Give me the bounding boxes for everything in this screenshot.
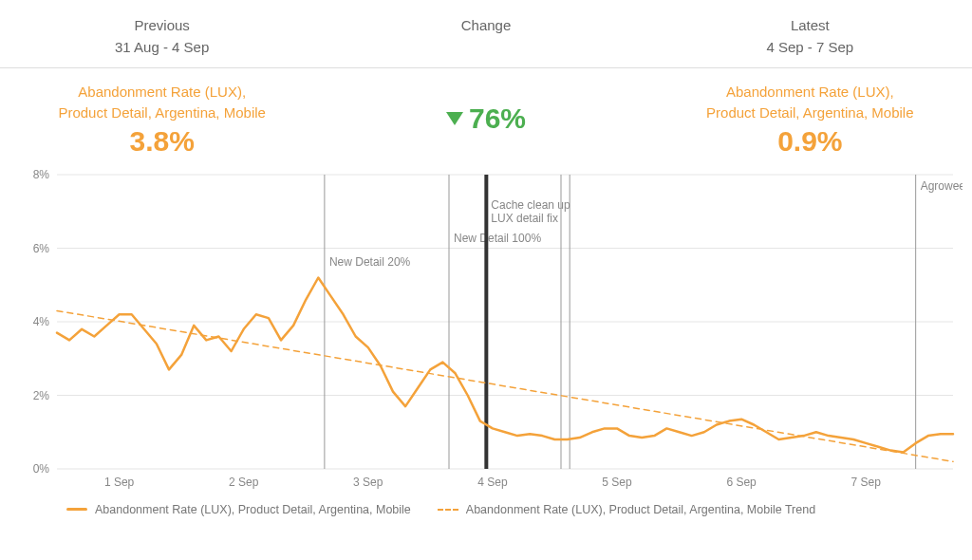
- svg-text:New Detail 100%: New Detail 100%: [454, 232, 541, 245]
- svg-text:6%: 6%: [33, 241, 50, 254]
- svg-text:0%: 0%: [33, 462, 50, 476]
- svg-text:6 Sep: 6 Sep: [726, 476, 757, 489]
- metric-change-value: 76%: [469, 103, 526, 135]
- svg-text:Cache clean up: Cache clean up: [491, 198, 570, 212]
- svg-text:5 Sep: 5 Sep: [602, 476, 632, 489]
- metric-previous-value: 3.8%: [0, 125, 324, 158]
- metric-latest-value: 0.9%: [648, 125, 972, 158]
- metric-latest: Abandonment Rate (LUX), Product Detail, …: [648, 82, 972, 158]
- header-previous: Previous 31 Aug - 4 Sep: [0, 15, 324, 58]
- header-latest-range: 4 Sep - 7 Sep: [648, 37, 972, 59]
- legend: Abandonment Rate (LUX), Product Detail, …: [0, 497, 972, 516]
- metric-row: Abandonment Rate (LUX), Product Detail, …: [0, 68, 972, 165]
- metric-previous-label2: Product Detail, Argentina, Mobile: [0, 103, 324, 123]
- svg-text:4 Sep: 4 Sep: [477, 476, 508, 489]
- metric-change: 76%: [324, 82, 647, 158]
- svg-text:2 Sep: 2 Sep: [229, 476, 259, 489]
- svg-text:1 Sep: 1 Sep: [104, 476, 135, 489]
- arrow-down-icon: [446, 112, 463, 125]
- header-previous-label: Previous: [0, 15, 324, 37]
- header-previous-range: 31 Aug - 4 Sep: [0, 37, 324, 59]
- metric-previous: Abandonment Rate (LUX), Product Detail, …: [0, 82, 324, 158]
- header-change: Change: [324, 15, 647, 58]
- chart: 0%2%4%6%8%1 Sep2 Sep3 Sep4 Sep5 Sep6 Sep…: [9, 165, 963, 497]
- metric-latest-label2: Product Detail, Argentina, Mobile: [648, 103, 972, 123]
- legend-swatch-solid: [66, 508, 87, 511]
- svg-text:Agroweek: Agroweek: [921, 179, 963, 193]
- header-latest-label: Latest: [648, 15, 972, 37]
- svg-text:LUX detail fix: LUX detail fix: [491, 212, 558, 225]
- svg-text:2%: 2%: [33, 388, 50, 401]
- svg-text:3 Sep: 3 Sep: [353, 476, 383, 489]
- svg-text:7 Sep: 7 Sep: [851, 476, 882, 489]
- header-row: Previous 31 Aug - 4 Sep Change Latest 4 …: [0, 9, 972, 68]
- legend-swatch-dashed: [438, 509, 458, 511]
- header-latest: Latest 4 Sep - 7 Sep: [648, 15, 972, 58]
- metric-latest-label1: Abandonment Rate (LUX),: [648, 82, 972, 103]
- legend-trend: Abandonment Rate (LUX), Product Detail, …: [438, 503, 815, 516]
- legend-trend-label: Abandonment Rate (LUX), Product Detail, …: [466, 503, 815, 516]
- svg-text:4%: 4%: [33, 315, 50, 328]
- legend-series-label: Abandonment Rate (LUX), Product Detail, …: [95, 503, 411, 516]
- legend-series: Abandonment Rate (LUX), Product Detail, …: [66, 503, 411, 516]
- metric-previous-label1: Abandonment Rate (LUX),: [0, 82, 324, 103]
- header-change-label: Change: [324, 15, 647, 37]
- chart-svg: 0%2%4%6%8%1 Sep2 Sep3 Sep4 Sep5 Sep6 Sep…: [9, 165, 963, 497]
- svg-text:New Detail 20%: New Detail 20%: [329, 255, 411, 269]
- svg-text:8%: 8%: [33, 168, 50, 181]
